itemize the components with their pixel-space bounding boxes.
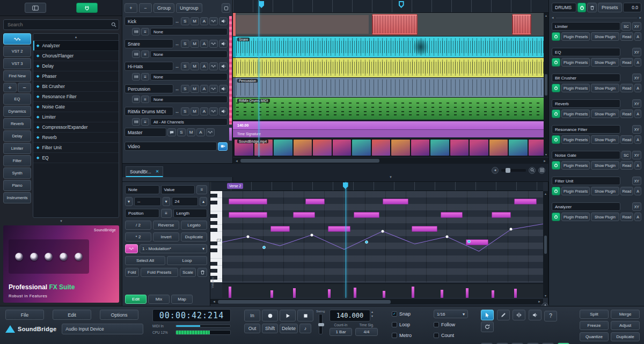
plugin-power-button[interactable] xyxy=(552,135,560,144)
modulation-select[interactable]: 1 - Modulation*▾ xyxy=(140,244,207,253)
mute-button[interactable]: M xyxy=(191,62,199,70)
category-button[interactable]: Dynamics xyxy=(3,106,31,117)
loop-tool-button[interactable] xyxy=(481,321,494,332)
monitor-icon[interactable] xyxy=(219,62,228,70)
snap-checkbox[interactable] xyxy=(392,311,397,317)
editor-ruler[interactable]: Verse 2 xyxy=(210,182,543,191)
edit-action-button[interactable]: Adjust xyxy=(611,321,640,330)
routing-list-icon[interactable]: ≡ xyxy=(141,96,149,103)
master-name-field[interactable]: Master xyxy=(125,128,166,137)
scroll-left-icon[interactable]: ◂ xyxy=(552,16,554,20)
plugin-slot-name[interactable]: Limiter xyxy=(552,22,620,31)
velocity-bar[interactable] xyxy=(229,287,231,298)
category-button[interactable]: Delay xyxy=(3,130,31,142)
scrollbar-thumb[interactable] xyxy=(545,74,547,96)
automation-icon[interactable] xyxy=(209,17,218,25)
loop-button[interactable]: Loop xyxy=(167,256,207,265)
velocity-bar[interactable] xyxy=(412,287,414,298)
fold-presets-button[interactable]: Fold Presets xyxy=(141,268,178,277)
category-button[interactable]: EQ xyxy=(3,93,31,105)
scroll-down-icon[interactable]: ▾ xyxy=(0,219,122,223)
plugin-list-item[interactable]: ◆ Bit Crusher xyxy=(33,82,119,92)
xy-button[interactable]: XY xyxy=(632,22,641,31)
value-dropdown-icon[interactable]: ▾ xyxy=(163,197,170,206)
solo-button[interactable]: S xyxy=(181,107,189,115)
timeline-ruler[interactable] xyxy=(233,0,548,13)
rack-tab[interactable]: VST 2 xyxy=(3,46,31,57)
midi-note[interactable] xyxy=(328,226,350,232)
zoom-in-button[interactable] xyxy=(529,167,536,174)
category-button[interactable]: Instruments xyxy=(3,192,31,203)
freeze-icon[interactable] xyxy=(132,28,140,35)
show-plugin-button[interactable]: Show Plugin xyxy=(591,32,619,41)
category-button[interactable]: Filter xyxy=(3,155,31,166)
read-automation-button[interactable]: Read xyxy=(620,58,634,67)
read-automation-button[interactable]: Read xyxy=(620,213,634,221)
edit-action-button[interactable]: Quantize xyxy=(580,332,609,341)
freeze-icon[interactable] xyxy=(132,50,140,58)
routing-list-icon[interactable]: ≡ xyxy=(141,118,149,126)
scroll-left-icon[interactable]: ◂ xyxy=(233,159,240,163)
read-automation-button[interactable]: Read xyxy=(620,161,634,170)
resize-handle-icon[interactable]: ↔ xyxy=(174,41,180,47)
snap-toggle[interactable]: Snap xyxy=(392,310,430,318)
automation-mode-button[interactable]: A xyxy=(634,109,641,118)
master-arm-button[interactable]: A xyxy=(196,128,205,136)
splitter-chevron-icon[interactable]: ▾ xyxy=(390,175,392,179)
notes-icon[interactable] xyxy=(167,128,176,136)
gain-field[interactable]: 0.0 xyxy=(623,3,641,12)
length-field[interactable]: Length xyxy=(173,209,208,218)
xy-button[interactable]: XY xyxy=(632,151,641,159)
sidechain-button[interactable]: SC xyxy=(621,151,631,159)
play-button[interactable] xyxy=(280,310,296,321)
midi-note[interactable] xyxy=(293,212,316,218)
time-sig-button[interactable]: 4/4 xyxy=(355,328,378,336)
kick-lane[interactable] xyxy=(233,13,548,36)
plugin-presets-button[interactable]: Plugin Presets xyxy=(561,213,590,221)
plugin-slot-name[interactable]: Reverb xyxy=(552,99,620,108)
velocity-bar[interactable] xyxy=(492,290,494,298)
read-automation-button[interactable]: Read xyxy=(620,32,634,41)
scroll-down-icon[interactable]: ▾ xyxy=(545,294,546,297)
show-plugin-button[interactable]: Show Plugin xyxy=(591,84,619,92)
record-button[interactable] xyxy=(262,310,278,321)
track-name-field[interactable]: Snare xyxy=(125,39,173,48)
tempo-display[interactable]: 140.000 xyxy=(330,310,370,321)
group-button[interactable]: Group xyxy=(153,3,174,13)
scale-button[interactable]: Scale xyxy=(180,268,196,277)
section-marker[interactable]: Verse 2 xyxy=(227,183,243,189)
scroll-up-icon[interactable]: ▴ xyxy=(33,34,119,41)
solo-button[interactable]: S xyxy=(181,40,189,48)
transport-toggle[interactable]: Follow xyxy=(434,320,472,329)
monitor-icon[interactable] xyxy=(219,40,228,48)
freeze-icon[interactable] xyxy=(132,118,140,126)
video-track-lane[interactable]: SoundBridge.mp4 xyxy=(233,138,548,157)
curve-point[interactable] xyxy=(311,233,313,236)
read-automation-button[interactable]: Read xyxy=(620,135,634,144)
swing-slider[interactable] xyxy=(319,314,323,334)
midi-note-icon[interactable]: ♪ xyxy=(299,324,311,333)
timeline-marker[interactable] xyxy=(399,1,404,8)
scrollbar-thumb[interactable] xyxy=(544,236,547,254)
show-plugin-button[interactable]: Show Plugin xyxy=(591,109,619,118)
plugin-presets-button[interactable]: Plugin Presets xyxy=(561,135,590,144)
automation-mode-button[interactable]: A xyxy=(634,187,641,195)
resize-handle-icon[interactable]: ↔ xyxy=(174,19,180,24)
remove-track-button[interactable]: − xyxy=(139,3,152,13)
zoom-fit-button[interactable] xyxy=(538,167,545,174)
master-automation-lane[interactable]: 140.00 Time Signature xyxy=(233,121,548,137)
master-mute-button[interactable]: M xyxy=(187,128,195,136)
midi-note[interactable] xyxy=(441,212,463,218)
midi-note[interactable] xyxy=(229,212,267,218)
midi-note[interactable] xyxy=(270,226,290,232)
time-display[interactable]: 00:00:42:214 xyxy=(152,309,231,322)
edit-action-button[interactable]: Freeze xyxy=(580,321,609,330)
scroll-right-icon[interactable]: ▸ xyxy=(639,16,641,20)
midi-note[interactable] xyxy=(492,212,511,218)
show-plugin-button[interactable]: Show Plugin xyxy=(591,187,619,195)
plugin-power-button[interactable] xyxy=(552,84,560,92)
video-name-field[interactable]: Video xyxy=(125,142,217,151)
midi-note[interactable] xyxy=(514,199,537,204)
mute-button[interactable]: M xyxy=(191,40,199,48)
punch-in-button[interactable]: In xyxy=(244,310,260,321)
